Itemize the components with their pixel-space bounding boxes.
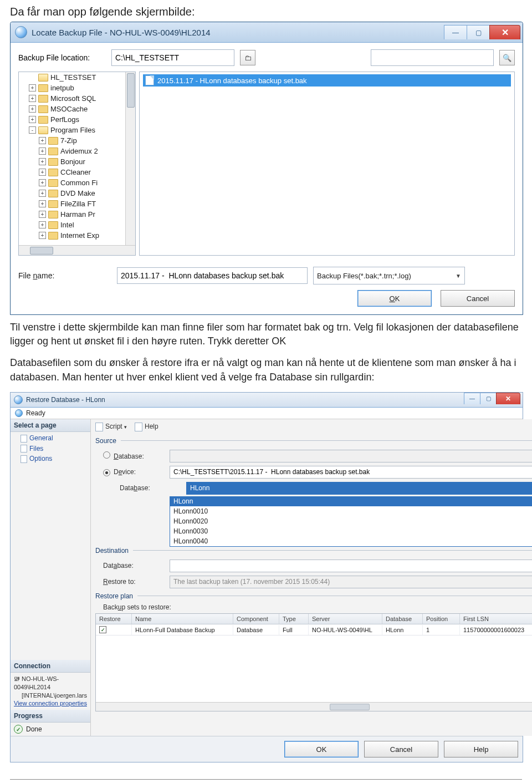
app-icon	[15, 26, 27, 38]
maximize-button[interactable]: ▢	[480, 393, 497, 404]
tree-node[interactable]: +FileZilla FT	[19, 199, 135, 209]
tree-node[interactable]: -Program Files	[19, 125, 135, 135]
tree-node[interactable]: +DVD Make	[19, 188, 135, 199]
expand-icon[interactable]: +	[29, 95, 36, 102]
expand-icon[interactable]: +	[39, 211, 46, 218]
tree-node[interactable]: +Microsoft SQL	[19, 93, 135, 104]
script-button[interactable]: Script ▾	[95, 423, 127, 431]
tree-node[interactable]: +7-Zip	[19, 135, 135, 146]
scroll-thumb[interactable]	[127, 73, 135, 108]
grid-cell[interactable]: ✓	[96, 624, 132, 635]
expand-icon[interactable]: +	[39, 221, 46, 228]
grid-header-cell[interactable]: Server	[309, 614, 382, 624]
tree-node-label: HL_TESTSET	[50, 73, 96, 82]
browse-folder-button[interactable]: 🗀	[240, 50, 255, 65]
source-db-value: HLonn	[190, 484, 209, 492]
file-list[interactable]: 2015.11.17 - HLonn databases backup set.…	[139, 72, 515, 256]
tree-node[interactable]: +Intel	[19, 220, 135, 230]
tree-scrollbar-x[interactable]	[19, 245, 135, 255]
grid-header-cell[interactable]: First LSN	[460, 614, 532, 624]
expand-icon[interactable]: +	[29, 105, 36, 113]
ok-button[interactable]: OK	[284, 741, 359, 757]
folder-icon	[48, 169, 58, 176]
location-input[interactable]	[111, 49, 234, 66]
page-nav-item[interactable]: Options	[12, 454, 89, 464]
tree-node[interactable]: +MSOCache	[19, 104, 135, 114]
grid-header-cell[interactable]: Position	[423, 614, 460, 624]
grid-header-cell[interactable]: Component	[233, 614, 279, 624]
page-number: 19	[10, 779, 522, 783]
close-button[interactable]: ✕	[489, 25, 520, 39]
expand-icon[interactable]: +	[29, 116, 36, 123]
device-radio[interactable]	[103, 469, 110, 476]
tree-node[interactable]: +Internet Exp	[19, 230, 135, 241]
maximize-button[interactable]: ▢	[467, 25, 490, 39]
expand-icon[interactable]: +	[39, 158, 46, 165]
tree-node-label: Internet Exp	[60, 231, 99, 240]
folder-icon	[38, 105, 48, 113]
folder-icon	[38, 126, 48, 134]
scroll-thumb[interactable]	[330, 704, 370, 710]
filter-select[interactable]: Backup Files(*.bak;*.trn;*.log)▼	[313, 267, 465, 284]
source-db-dropdown-list[interactable]: HLonnHLonn0010HLonn0020HLonn0030HLonn004…	[170, 496, 532, 547]
scroll-thumb[interactable]	[30, 247, 53, 255]
expand-icon[interactable]: +	[39, 148, 46, 155]
grid-header-cell[interactable]: Type	[279, 614, 309, 624]
expand-icon[interactable]: -	[29, 126, 36, 134]
grid-header-cell[interactable]: Restore	[96, 614, 132, 624]
page-icon	[21, 445, 27, 452]
connection-properties-link[interactable]: View connection properties	[14, 699, 87, 708]
dropdown-option[interactable]: HLonn0020	[170, 516, 532, 526]
search-button[interactable]: 🔍	[499, 50, 515, 65]
tree-scrollbar-y[interactable]	[125, 72, 135, 245]
tree-node-label: Intel	[60, 221, 74, 229]
folder-tree[interactable]: HL_TESTSET+inetpub+Microsoft SQL+MSOCach…	[18, 72, 136, 256]
expand-icon[interactable]: +	[39, 232, 46, 239]
tree-node[interactable]: +Common Fi	[19, 177, 135, 188]
path-search-input[interactable]	[371, 49, 494, 66]
grid-header-cell[interactable]: Name	[132, 614, 233, 624]
minimize-button[interactable]: —	[464, 393, 480, 404]
device-path-input[interactable]	[170, 466, 532, 479]
expand-icon[interactable]: +	[29, 84, 36, 91]
help-button[interactable]: Help	[135, 423, 158, 431]
expand-icon[interactable]: +	[39, 190, 46, 197]
connection-header: Connection	[11, 660, 90, 673]
selected-file-row[interactable]: 2015.11.17 - HLonn databases backup set.…	[143, 74, 511, 87]
ok-button[interactable]: OK	[357, 290, 432, 307]
expand-icon[interactable]: +	[39, 137, 46, 144]
dropdown-option[interactable]: HLonn0010	[170, 506, 532, 516]
tree-node[interactable]: HL_TESTSET	[19, 72, 135, 83]
connection-server: 🖳 NO-HUL-WS-0049\HL2014	[14, 675, 87, 692]
dropdown-option[interactable]: HLonn	[170, 496, 532, 506]
database-radio[interactable]	[103, 451, 110, 459]
filename-input[interactable]	[117, 267, 308, 284]
expand-icon[interactable]: +	[39, 200, 46, 207]
help-button[interactable]: Help	[444, 741, 518, 757]
restore-checkbox[interactable]: ✓	[99, 626, 106, 633]
dropdown-option[interactable]: HLonn0040	[170, 536, 532, 546]
expand-icon[interactable]: +	[39, 169, 46, 176]
tree-node[interactable]: +Avidemux 2	[19, 146, 135, 156]
folder-icon	[48, 158, 58, 166]
tree-node-label: Harman Pr	[60, 210, 95, 218]
tree-node[interactable]: +Harman Pr	[19, 209, 135, 220]
tree-node[interactable]: +Bonjour	[19, 156, 135, 167]
tree-node[interactable]: +inetpub	[19, 83, 135, 93]
cancel-button[interactable]: Cancel	[441, 290, 515, 307]
grid-header-cell[interactable]: Database	[382, 614, 423, 624]
expand-icon[interactable]: +	[39, 179, 46, 186]
tree-node-label: Program Files	[50, 126, 95, 134]
grid-scrollbar-x[interactable]	[96, 702, 532, 711]
minimize-button[interactable]: —	[444, 25, 467, 39]
tree-node[interactable]: +PerfLogs	[19, 114, 135, 125]
backup-sets-grid[interactable]: RestoreNameComponentTypeServerDatabasePo…	[95, 613, 532, 712]
page-nav-item[interactable]: General	[12, 433, 89, 444]
source-db-dropdown[interactable]: HLonn▼	[186, 482, 532, 495]
dropdown-option[interactable]: HLonn0030	[170, 526, 532, 536]
dest-database-select[interactable]: ▼	[170, 560, 532, 572]
page-nav-item[interactable]: Files	[12, 444, 89, 454]
cancel-button[interactable]: Cancel	[364, 741, 438, 757]
close-button[interactable]: ✕	[496, 393, 520, 404]
tree-node[interactable]: +CCleaner	[19, 167, 135, 177]
